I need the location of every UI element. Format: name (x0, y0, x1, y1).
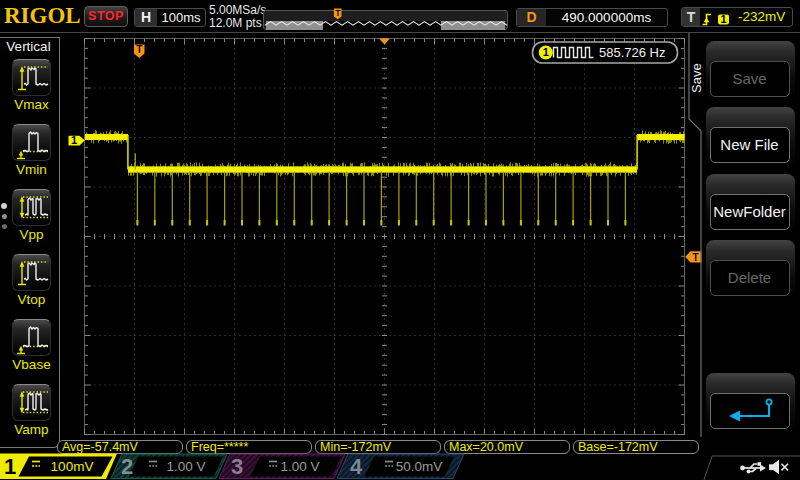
svg-text:1: 1 (4, 454, 16, 479)
svg-text:1.00 V: 1.00 V (166, 459, 205, 474)
svg-text:585.726 Hz: 585.726 Hz (599, 45, 666, 60)
svg-text:1: 1 (71, 134, 77, 146)
svg-text:1: 1 (720, 13, 726, 25)
svg-text:4: 4 (350, 454, 363, 479)
svg-text:2: 2 (121, 454, 133, 479)
svg-text:100mV: 100mV (51, 459, 94, 474)
svg-text:1: 1 (543, 46, 549, 58)
svg-text:T: T (335, 8, 341, 18)
svg-text:T: T (692, 252, 698, 263)
svg-text:1.00 V: 1.00 V (280, 459, 319, 474)
svg-text:50.0mV: 50.0mV (396, 459, 443, 474)
svg-text:3: 3 (231, 454, 243, 479)
svg-text:T: T (136, 44, 142, 55)
